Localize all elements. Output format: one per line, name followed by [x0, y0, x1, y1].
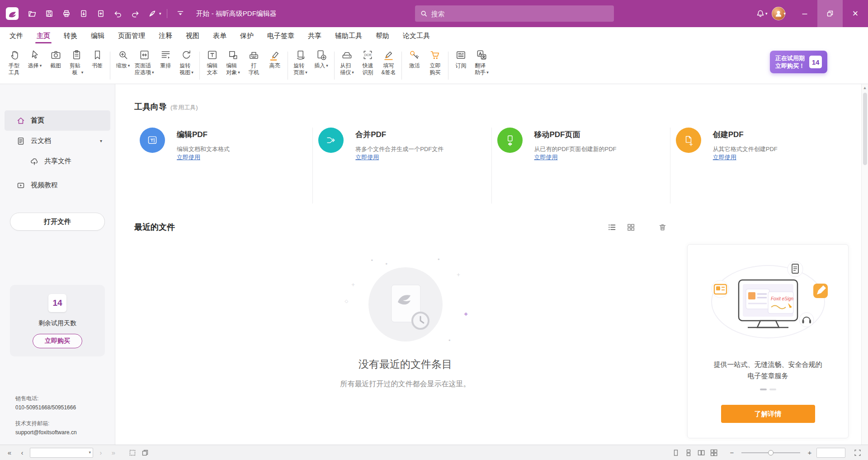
zoom-value-field[interactable]: [816, 448, 845, 458]
sidebar-item-home[interactable]: 首页: [5, 110, 110, 131]
menu-view[interactable]: 视图: [179, 27, 206, 44]
zoom-slider[interactable]: [741, 452, 800, 453]
support-email-link[interactable]: support@foxitsoftware.cn: [15, 429, 115, 436]
menu-protect[interactable]: 保护: [233, 27, 260, 44]
ribbon-tool-highlight[interactable]: 高亮: [264, 47, 285, 71]
buy-now-button[interactable]: 立即购买: [33, 334, 82, 348]
single-page-view-icon[interactable]: [671, 448, 681, 458]
sidebar-item-cloud-docs[interactable]: 云文档 ▾: [5, 131, 110, 151]
redo-icon[interactable]: [127, 6, 143, 21]
menu-share[interactable]: 共享: [301, 27, 328, 44]
esign-pen-icon[interactable]: [145, 6, 160, 21]
carousel-dot[interactable]: [760, 389, 767, 390]
first-page-button[interactable]: «: [5, 449, 14, 456]
ribbon-tool-typewriter[interactable]: 打 字机: [244, 47, 264, 77]
ribbon-tool-rotate-pages[interactable]: 旋转 页面▾: [290, 47, 311, 77]
customize-toolbar-icon[interactable]: [173, 6, 188, 21]
open-file-icon[interactable]: [24, 6, 40, 21]
next-page-button[interactable]: ›: [96, 449, 106, 456]
snapshot-select-icon[interactable]: [127, 448, 137, 458]
ribbon-tool-edit-text[interactable]: 编辑 文本: [202, 47, 223, 77]
search-bar[interactable]: [415, 5, 614, 22]
use-now-link[interactable]: 立即使用: [713, 153, 840, 164]
learn-more-button[interactable]: 了解详情: [721, 405, 815, 423]
menu-comment[interactable]: 注释: [152, 27, 179, 44]
chevron-down-icon[interactable]: ▾: [100, 138, 102, 143]
use-now-link[interactable]: 立即使用: [177, 153, 304, 164]
ribbon-tool-hand[interactable]: 手型 工具: [4, 47, 24, 77]
menu-home[interactable]: 主页: [30, 27, 57, 44]
restore-button[interactable]: [817, 0, 843, 27]
ribbon-tool-select[interactable]: 选择▾: [24, 47, 45, 71]
duplicate-page-icon[interactable]: [140, 448, 150, 458]
menu-accessibility[interactable]: 辅助工具: [328, 27, 369, 44]
menu-page-manage[interactable]: 页面管理: [111, 27, 152, 44]
menu-form[interactable]: 表单: [206, 27, 233, 44]
page-number-field[interactable]: ▾: [30, 448, 93, 458]
zoom-out-button[interactable]: −: [728, 449, 736, 456]
ribbon-tool-activate[interactable]: 激活: [404, 47, 425, 71]
list-view-icon[interactable]: [606, 222, 617, 232]
chevron-down-icon[interactable]: ▾: [783, 11, 786, 16]
continuous-view-icon[interactable]: [684, 448, 693, 458]
menu-help[interactable]: 帮助: [369, 27, 396, 44]
ribbon-tool-rotate-view[interactable]: 旋转 视图▾: [176, 47, 197, 77]
ribbon-tool-page-fit[interactable]: 页面适 应选项▾: [133, 47, 156, 77]
ribbon-tool-ocr[interactable]: OCR 快速 识别: [358, 47, 378, 77]
continuous-facing-view-icon[interactable]: [709, 448, 719, 458]
carousel-dot[interactable]: [769, 389, 776, 390]
chevron-down-icon[interactable]: ▾: [765, 11, 768, 16]
chevron-down-icon[interactable]: ▾: [159, 11, 161, 16]
sidebar-item-shared-files[interactable]: 共享文件: [5, 151, 110, 171]
menu-edit[interactable]: 编辑: [84, 27, 111, 44]
tool-card-move-pdf-pages[interactable]: 移动PDF页面 从已有的PDF页面创建新的PDF 立即使用: [491, 128, 670, 204]
menu-esign[interactable]: 电子签章: [260, 27, 301, 44]
ribbon-tool-translate[interactable]: 翻译 助手▾: [472, 47, 492, 77]
grid-view-icon[interactable]: [625, 222, 636, 232]
use-now-link[interactable]: 立即使用: [355, 153, 483, 164]
ribbon-tool-clipboard[interactable]: 剪贴 板▾: [66, 47, 87, 77]
tool-card-create-pdf[interactable]: 创建PDF 从其它格式文件创建PDF 立即使用: [670, 128, 849, 204]
ribbon-tool-snapshot[interactable]: 截图: [45, 47, 66, 71]
export-page-icon[interactable]: [76, 6, 91, 21]
trash-icon[interactable]: [657, 222, 668, 232]
tool-card-combine-pdf[interactable]: 合并PDF 将多个文件合并生成一个PDF文件 立即使用: [312, 128, 491, 204]
ribbon-tool-buy-now[interactable]: 立即 购买: [425, 47, 446, 77]
page-number-input[interactable]: [32, 450, 89, 456]
trial-buy-badge[interactable]: 正在试用期 立即购买！ 14: [770, 51, 827, 73]
ribbon-tool-subscribe[interactable]: 订阅: [451, 47, 472, 71]
use-now-link[interactable]: 立即使用: [534, 153, 662, 164]
save-icon[interactable]: [42, 6, 57, 21]
ribbon-tool-zoom[interactable]: 缩放▾: [113, 47, 133, 71]
last-page-button[interactable]: »: [108, 449, 118, 456]
ribbon-tool-insert[interactable]: 插入▾: [311, 47, 332, 71]
facing-view-icon[interactable]: [696, 448, 706, 458]
undo-icon[interactable]: [110, 6, 126, 21]
ribbon-tool-edit-object[interactable]: 编辑 对象▾: [223, 47, 244, 77]
scroll-up-icon[interactable]: ▲: [863, 84, 867, 90]
ribbon-divider: [199, 52, 200, 80]
ribbon-tool-from-scanner[interactable]: 从扫 描仪▾: [337, 47, 358, 77]
vertical-scrollbar[interactable]: ▲: [861, 84, 868, 445]
fullscreen-icon[interactable]: [853, 448, 863, 458]
search-input[interactable]: [431, 10, 609, 18]
close-button[interactable]: ×: [843, 0, 868, 27]
scrollbar-thumb[interactable]: [863, 93, 867, 165]
minimize-button[interactable]: [792, 0, 817, 27]
menu-file[interactable]: 文件: [3, 27, 30, 44]
ribbon-tool-fill-sign[interactable]: 填写 &签名: [378, 47, 399, 77]
ribbon-tool-reflow[interactable]: 重排: [156, 47, 176, 71]
sidebar-item-video-tutorials[interactable]: 视频教程: [5, 175, 110, 195]
zoom-value-input[interactable]: [817, 448, 845, 457]
zoom-in-button[interactable]: +: [806, 449, 814, 456]
print-icon[interactable]: [59, 6, 74, 21]
menu-paper-tools[interactable]: 论文工具: [396, 27, 437, 44]
prev-page-button[interactable]: ‹: [17, 449, 27, 456]
create-page-icon[interactable]: [93, 6, 108, 21]
ribbon-tool-bookmark[interactable]: 书签: [87, 47, 108, 71]
menu-convert[interactable]: 转换: [57, 27, 84, 44]
tool-card-edit-pdf[interactable]: 编辑PDF 编辑文档和文本格式 立即使用: [134, 128, 312, 204]
chevron-down-icon[interactable]: ▾: [89, 449, 91, 456]
zoom-slider-handle[interactable]: [768, 450, 774, 455]
open-file-button[interactable]: 打开文件: [10, 213, 105, 231]
